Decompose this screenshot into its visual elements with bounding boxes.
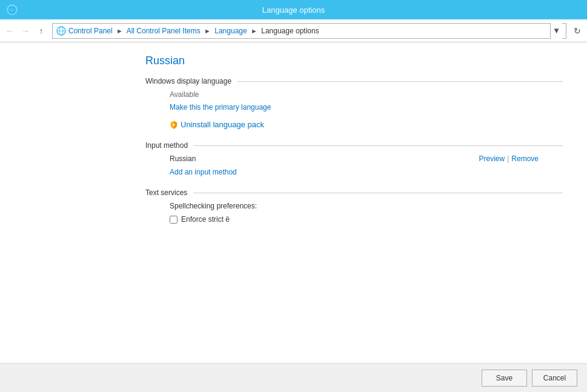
input-method-label: Input method — [145, 141, 563, 150]
display-language-section: Windows display language Available Make … — [145, 77, 563, 129]
input-method-name: Russian — [170, 154, 196, 163]
app-icon: 🌐 — [6, 4, 18, 16]
spellcheck-label: Spellchecking preferences: — [170, 202, 563, 210]
preview-link[interactable]: Preview — [479, 154, 505, 163]
cancel-button[interactable]: Cancel — [532, 370, 577, 387]
enforce-strict-checkbox[interactable] — [170, 216, 177, 224]
svg-text:🌐: 🌐 — [8, 5, 16, 14]
make-primary-link[interactable]: Make this the primary language — [170, 103, 271, 111]
breadcrumb-language[interactable]: Language — [214, 27, 247, 35]
window-title: Language options — [262, 5, 325, 15]
action-separator: | — [507, 154, 509, 163]
address-bar: ← → ↑ Control Panel ► All Control Panel … — [0, 19, 587, 42]
forward-button[interactable]: → — [18, 24, 33, 38]
remove-link[interactable]: Remove — [511, 154, 539, 163]
enforce-strict-row: Enforce strict ё — [170, 215, 563, 224]
add-input-method-link[interactable]: Add an input method — [170, 168, 563, 176]
breadcrumb-language-options: Language options — [261, 27, 319, 35]
address-dropdown-button[interactable]: ▼ — [550, 23, 562, 39]
text-services-label: Text services — [145, 188, 563, 197]
up-button[interactable]: ↑ — [34, 24, 48, 38]
refresh-button[interactable]: ↻ — [570, 24, 585, 38]
input-method-actions: Preview | Remove — [479, 154, 539, 163]
footer: Save Cancel — [0, 363, 587, 392]
save-button[interactable]: Save — [482, 370, 527, 387]
address-icon — [56, 26, 66, 36]
breadcrumb-all-items[interactable]: All Control Panel Items — [127, 27, 201, 35]
back-button[interactable]: ← — [2, 24, 17, 38]
uninstall-link[interactable]: Uninstall language pack — [181, 120, 264, 129]
enforce-strict-label[interactable]: Enforce strict ё — [181, 215, 230, 224]
breadcrumb-text: Control Panel ► All Control Panel Items … — [68, 27, 550, 35]
language-title: Russian — [145, 55, 563, 67]
shield-icon — [170, 121, 178, 129]
available-label: Available — [170, 90, 563, 99]
breadcrumb-control-panel[interactable]: Control Panel — [68, 27, 113, 35]
address-input-container: Control Panel ► All Control Panel Items … — [52, 23, 566, 39]
svg-point-5 — [173, 124, 175, 126]
title-bar: 🌐 Language options — [0, 0, 587, 19]
input-method-row: Russian Preview | Remove — [170, 154, 539, 163]
text-services-section: Text services Spellchecking preferences:… — [145, 188, 563, 224]
main-content: Russian Windows display language Availab… — [0, 42, 587, 363]
display-language-label: Windows display language — [145, 77, 563, 85]
input-method-section: Input method Russian Preview | Remove Ad… — [145, 141, 563, 176]
